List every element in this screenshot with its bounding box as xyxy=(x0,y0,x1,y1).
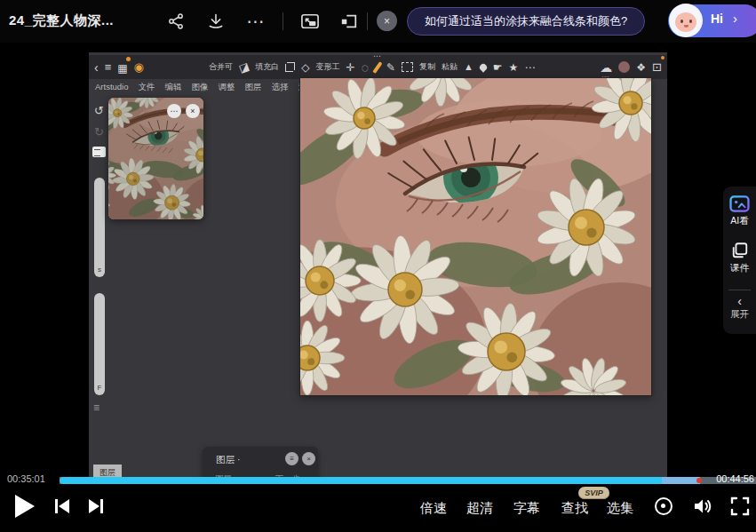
expand-label: 展开 xyxy=(730,308,749,321)
crop-tool-icon[interactable] xyxy=(285,62,295,72)
fill-label: 填充白 xyxy=(255,61,279,73)
brush-options-dots[interactable]: ⋯ xyxy=(373,52,382,60)
video-content-frame[interactable]: ‹ ≡ ▦ ◉ 合并可 ◪ 填充白 ◇ 变形工 ✛ ◌ ⋯ ✎ 复制 粘贴 ▲ xyxy=(89,52,667,484)
download-icon[interactable] xyxy=(205,11,227,32)
video-player-window: 24_完整人物深... ⋯ xyxy=(0,0,756,532)
menu-image[interactable]: 图像 xyxy=(192,82,209,93)
ai-view-label: AI看 xyxy=(730,215,748,227)
close-icon[interactable]: × xyxy=(377,11,397,31)
find-button[interactable]: 查找 xyxy=(561,500,588,517)
redo-icon[interactable]: ↻ xyxy=(94,125,104,139)
brush-size-slider[interactable]: s xyxy=(94,178,105,277)
popup-menu-icon[interactable]: ≡ xyxy=(285,452,298,465)
canvas-settings-icon[interactable]: ⊡ xyxy=(652,61,662,73)
select-rect-tool-icon[interactable] xyxy=(402,62,413,72)
brush-library-icon[interactable]: ☁ 163 xyxy=(600,60,612,75)
brush-tool-icon[interactable]: ⋯ xyxy=(375,60,380,74)
ai-view-button[interactable]: AI看 xyxy=(723,195,756,227)
notification-dot xyxy=(661,56,664,60)
color-swatch[interactable] xyxy=(618,61,630,73)
mini-window-icon[interactable] xyxy=(338,11,360,32)
menu-layer[interactable]: 图层 xyxy=(245,82,262,93)
panel-divider xyxy=(728,290,751,290)
svip-badge: SVIP xyxy=(578,487,609,499)
player-controls-bar: 倍速 超清 字幕 查找 SVIP 选集 xyxy=(0,484,756,532)
reference-panel[interactable]: ⋯ × xyxy=(108,98,203,219)
back-icon[interactable]: ‹ xyxy=(94,61,99,74)
avatar-face xyxy=(675,12,696,32)
brush-flow-slider[interactable]: F xyxy=(94,293,105,395)
menu-edit[interactable]: 编辑 xyxy=(165,82,182,93)
gallery-grid-icon[interactable]: ▦ xyxy=(117,60,127,75)
volume-icon[interactable] xyxy=(691,496,712,517)
reference-scope-icon[interactable]: ◉ xyxy=(134,61,144,73)
speed-button[interactable]: 倍速 xyxy=(420,500,447,517)
layers-icon[interactable]: ❖ xyxy=(636,62,646,73)
video-title: 24_完整人物深... xyxy=(9,12,114,29)
next-episode-button[interactable] xyxy=(87,497,105,515)
assistant-avatar[interactable] xyxy=(669,4,703,37)
shape-tool-icon[interactable]: ◇ xyxy=(301,62,309,73)
topbar-divider xyxy=(367,12,368,30)
toolbar-more-icon[interactable]: ⋯ xyxy=(524,62,535,73)
layers-panel-icon[interactable] xyxy=(92,147,106,157)
eraser-tool-icon[interactable]: ◪ xyxy=(237,60,251,74)
merge-label: 合并可 xyxy=(209,61,233,73)
more-options-icon[interactable]: ⋯ xyxy=(245,11,267,32)
ai-view-icon xyxy=(729,195,750,212)
popup-close-icon[interactable]: × xyxy=(302,452,315,465)
timeline-marker-dot xyxy=(696,478,702,483)
previous-episode-button[interactable] xyxy=(53,497,71,515)
artstudio-toolbar: ‹ ≡ ▦ ◉ 合并可 ◪ 填充白 ◇ 变形工 ✛ ◌ ⋯ ✎ 复制 粘贴 ▲ xyxy=(89,55,667,79)
current-time: 00:35:01 xyxy=(7,473,45,484)
star-tool-icon[interactable]: ★ xyxy=(509,62,519,73)
total-time: 00:44:56 xyxy=(716,473,754,484)
fullscreen-icon[interactable] xyxy=(730,496,750,516)
topbar-divider xyxy=(283,12,283,30)
top-bar: 24_完整人物深... ⋯ xyxy=(0,0,756,43)
chevron-left-icon: ‹ xyxy=(737,297,742,306)
paste-label[interactable]: 粘贴 xyxy=(442,61,458,73)
chevron-right-icon: › xyxy=(733,11,737,26)
assistant-hi-label: Hi xyxy=(711,12,723,26)
transform-label: 变形工 xyxy=(316,61,340,73)
undo-icon[interactable]: ↺ xyxy=(94,104,104,117)
ai-question-pill[interactable]: 如何通过适当的涂抹来融合线条和颜色? xyxy=(407,7,645,36)
progress-buffered xyxy=(662,477,700,484)
courseware-button[interactable]: 课件 xyxy=(723,242,756,274)
notification-dot xyxy=(126,57,131,61)
expand-button[interactable]: ‹ 展开 xyxy=(723,297,756,321)
progress-played xyxy=(60,477,662,484)
move-tool-icon[interactable]: ✛ xyxy=(346,62,355,73)
picture-in-picture-icon[interactable] xyxy=(299,11,321,32)
painting-canvas[interactable] xyxy=(300,78,651,395)
episodes-button[interactable]: 选集 xyxy=(607,500,633,517)
eye-daisy-painting xyxy=(300,78,651,395)
share-icon[interactable] xyxy=(165,11,187,32)
right-side-panel: AI看 课件 ‹ 展开 xyxy=(723,187,756,334)
layer-popup-title: 图层 · xyxy=(216,454,240,466)
reference-more-icon[interactable]: ⋯ xyxy=(167,104,181,118)
progress-track[interactable] xyxy=(60,477,756,484)
lasso-tool-icon[interactable]: ◌ xyxy=(362,61,369,74)
menu-adjust[interactable]: 调整 xyxy=(219,82,235,93)
subtitle-button[interactable]: 字幕 xyxy=(513,500,540,517)
play-button[interactable] xyxy=(14,494,36,519)
copy-label[interactable]: 复制 xyxy=(419,61,435,73)
record-ring-icon[interactable] xyxy=(655,497,672,515)
menu-icon[interactable]: ≡ xyxy=(105,61,112,73)
menu-artstudio[interactable]: Artstudio xyxy=(95,82,129,93)
size-slider-label: s xyxy=(94,266,105,274)
triangle-tool-icon[interactable]: ▲ xyxy=(464,62,473,72)
blur-drop-tool-icon[interactable] xyxy=(478,62,488,72)
smudge-tool-icon[interactable]: ☛ xyxy=(493,62,503,73)
quality-button[interactable]: 超清 xyxy=(466,500,493,517)
flow-slider-label: F xyxy=(94,384,105,392)
courseware-label: 课件 xyxy=(730,262,749,274)
reference-close-icon[interactable]: × xyxy=(186,104,200,118)
courseware-icon xyxy=(731,242,749,259)
menu-file[interactable]: 文件 xyxy=(139,82,155,93)
ai-question-text: 如何通过适当的涂抹来融合线条和颜色? xyxy=(425,13,627,29)
pen-tool-icon[interactable]: ✎ xyxy=(386,62,395,73)
menu-select[interactable]: 选择 xyxy=(272,82,289,93)
